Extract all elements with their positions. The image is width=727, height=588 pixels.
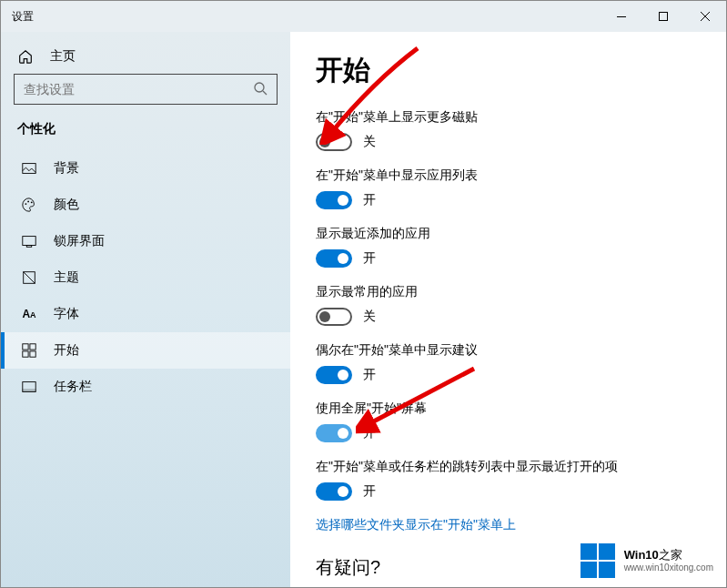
search-icon — [253, 81, 268, 98]
picture-icon — [21, 160, 37, 177]
home-label: 主页 — [50, 48, 76, 65]
theme-icon — [21, 269, 37, 286]
setting-label: 在"开始"菜单上显示更多磁贴 — [316, 109, 701, 126]
search-input[interactable] — [24, 82, 253, 96]
setting-fullscreen-start: 使用全屏"开始"屏幕 开 — [316, 400, 701, 442]
setting-suggestions: 偶尔在"开始"菜单中显示建议 开 — [316, 342, 701, 384]
svg-point-5 — [27, 201, 29, 203]
setting-jumplist: 在"开始"菜单或任务栏的跳转列表中显示最近打开的项 开 — [316, 459, 701, 501]
setting-label: 偶尔在"开始"菜单中显示建议 — [316, 342, 701, 359]
titlebar: 设置 — [1, 1, 726, 32]
sidebar-item-label: 颜色 — [54, 197, 79, 213]
watermark-suffix: 之家 — [659, 548, 682, 562]
setting-most-used: 显示最常用的应用 关 — [316, 284, 701, 326]
watermark-brand: Win10 — [624, 548, 659, 562]
font-icon: AA — [21, 306, 37, 322]
sidebar-item-taskbar[interactable]: 任务栏 — [1, 369, 290, 405]
windows-logo-icon — [581, 543, 615, 578]
sidebar-item-label: 字体 — [54, 306, 79, 322]
toggle-more-tiles[interactable] — [316, 133, 352, 151]
watermark: Win10之家 www.win10xitong.com — [581, 543, 713, 578]
svg-point-2 — [255, 83, 264, 92]
sidebar-item-fonts[interactable]: AA 字体 — [1, 296, 290, 332]
svg-rect-12 — [23, 351, 28, 357]
maximize-button[interactable] — [642, 2, 684, 31]
toggle-state: 开 — [363, 425, 376, 441]
svg-rect-1 — [660, 13, 668, 21]
sidebar-item-background[interactable]: 背景 — [1, 150, 290, 187]
sidebar-item-label: 开始 — [54, 342, 79, 359]
toggle-state: 关 — [363, 134, 376, 150]
svg-rect-13 — [30, 351, 35, 357]
sidebar-item-label: 主题 — [54, 269, 79, 286]
setting-label: 显示最近添加的应用 — [316, 226, 701, 242]
svg-rect-10 — [23, 344, 28, 350]
page-title: 开始 — [316, 52, 701, 89]
setting-app-list: 在"开始"菜单中显示应用列表 开 — [316, 167, 701, 209]
toggle-state: 关 — [363, 309, 376, 325]
sidebar-item-colors[interactable]: 颜色 — [1, 187, 290, 223]
svg-point-4 — [25, 203, 27, 205]
setting-label: 在"开始"菜单或任务栏的跳转列表中显示最近打开的项 — [316, 459, 701, 475]
minimize-button[interactable] — [601, 2, 642, 31]
setting-label: 使用全屏"开始"屏幕 — [316, 400, 701, 417]
setting-label: 显示最常用的应用 — [316, 284, 701, 300]
home-link[interactable]: 主页 — [1, 39, 290, 74]
toggle-state: 开 — [363, 367, 376, 383]
close-button[interactable] — [684, 2, 726, 31]
svg-rect-0 — [617, 16, 626, 17]
palette-icon — [21, 197, 37, 213]
taskbar-icon — [21, 379, 37, 395]
search-box[interactable] — [14, 74, 278, 105]
toggle-most-used[interactable] — [316, 308, 352, 326]
toggle-state: 开 — [363, 483, 376, 500]
start-icon — [21, 342, 37, 359]
svg-rect-11 — [30, 344, 35, 350]
main-panel: 开始 在"开始"菜单上显示更多磁贴 关 在"开始"菜单中显示应用列表 开 显示最… — [290, 32, 726, 587]
toggle-fullscreen-start[interactable] — [316, 424, 352, 442]
toggle-state: 开 — [363, 250, 376, 267]
window-controls — [601, 2, 726, 31]
sidebar: 主页 个性化 背景 颜色 锁屏界面 主题 AA — [1, 32, 290, 587]
setting-label: 在"开始"菜单中显示应用列表 — [316, 167, 701, 184]
home-icon — [17, 48, 34, 65]
sidebar-item-start[interactable]: 开始 — [1, 332, 290, 369]
toggle-app-list[interactable] — [316, 191, 352, 209]
svg-rect-8 — [26, 246, 31, 248]
svg-rect-15 — [23, 390, 35, 392]
setting-recently-added: 显示最近添加的应用 开 — [316, 226, 701, 268]
window-title: 设置 — [12, 9, 34, 25]
svg-rect-7 — [23, 237, 35, 246]
toggle-state: 开 — [363, 192, 376, 208]
section-label: 个性化 — [1, 121, 290, 150]
sidebar-item-label: 任务栏 — [54, 379, 92, 395]
folders-link[interactable]: 选择哪些文件夹显示在"开始"菜单上 — [316, 517, 701, 533]
toggle-recently-added[interactable] — [316, 249, 352, 268]
sidebar-item-label: 背景 — [54, 160, 79, 177]
watermark-url: www.win10xitong.com — [624, 563, 713, 573]
setting-more-tiles: 在"开始"菜单上显示更多磁贴 关 — [316, 109, 701, 151]
svg-point-6 — [31, 201, 33, 203]
sidebar-item-themes[interactable]: 主题 — [1, 259, 290, 296]
toggle-jumplist[interactable] — [316, 482, 352, 501]
toggle-suggestions[interactable] — [316, 366, 352, 384]
sidebar-item-label: 锁屏界面 — [54, 233, 105, 249]
lockscreen-icon — [21, 233, 37, 249]
sidebar-item-lockscreen[interactable]: 锁屏界面 — [1, 223, 290, 259]
